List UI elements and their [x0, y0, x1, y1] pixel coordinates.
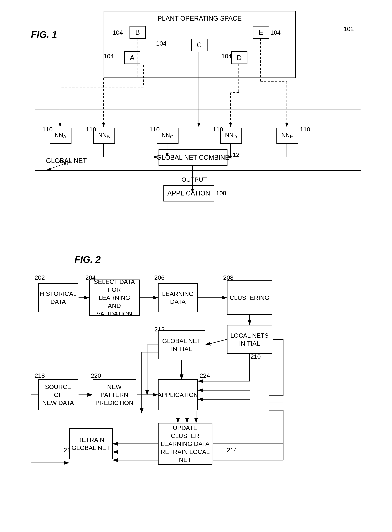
retrain-global-net-box: RETRAINGLOBAL NET	[69, 428, 113, 459]
nn-d-box: NND	[220, 128, 242, 144]
application-box-fig1: APPLICATION	[163, 185, 214, 202]
ref-202: 202	[35, 274, 45, 281]
node-a-box: A	[124, 51, 140, 64]
nn-c-box: NNC	[157, 128, 178, 144]
output-label: OUTPUT	[182, 176, 207, 183]
update-cluster-box: UPDATE CLUSTERLEARNING DATARETRAIN LOCAL…	[158, 423, 212, 465]
ref-224: 224	[200, 372, 210, 379]
node-d-box: D	[231, 51, 247, 64]
ref-102: 102	[344, 25, 354, 33]
new-pattern-prediction-label: NEW PATTERNPREDICTION	[95, 383, 134, 407]
ref-104-c: 104	[156, 40, 167, 47]
nn-a-label: NNA	[55, 132, 66, 140]
nn-b-box: NNB	[93, 128, 115, 144]
page: FIG. 1 PLANT OPERATING SPACE B E C A D	[0, 0, 392, 532]
nn-c-label: NNC	[162, 132, 173, 140]
ref-220: 220	[91, 372, 101, 379]
historical-data-box: HISTORICALDATA	[38, 283, 78, 312]
select-data-label: SELECT DATAFOR LEARNINGAND VALIDATION	[91, 278, 137, 318]
select-data-box: SELECT DATAFOR LEARNINGAND VALIDATION	[89, 279, 140, 316]
local-nets-initial-label: LOCAL NETSINITIAL	[230, 331, 268, 347]
ref-104-a: 104	[104, 53, 114, 60]
ref-110-c: 110	[149, 126, 160, 133]
historical-data-label: HISTORICALDATA	[40, 290, 77, 306]
global-net-initial-label: GLOBAL NETINITIAL	[162, 337, 201, 353]
nn-e-label: NNE	[281, 132, 293, 140]
clustering-box: CLUSTERING	[227, 280, 272, 315]
ref-210: 210	[251, 353, 261, 360]
update-cluster-label: UPDATE CLUSTERLEARNING DATARETRAIN LOCAL…	[160, 424, 210, 464]
node-a-label: A	[130, 54, 134, 62]
ref-110-e: 110	[300, 126, 310, 133]
ref-206: 206	[154, 274, 165, 281]
global-net-combine-box: GLOBAL NET COMBINE	[159, 149, 228, 166]
node-c-label: C	[197, 41, 202, 49]
nn-e-box: NNE	[276, 128, 298, 144]
source-new-data-box: SOURCE OFNEW DATA	[38, 379, 78, 410]
node-b-label: B	[135, 28, 140, 36]
fig1-label: FIG. 1	[31, 29, 57, 40]
source-new-data-label: SOURCE OFNEW DATA	[41, 383, 76, 407]
learning-data-label: LEARNINGDATA	[162, 290, 194, 306]
ref-110-d: 110	[213, 126, 223, 133]
ref-104-d: 104	[221, 53, 232, 60]
nn-b-label: NNB	[98, 132, 110, 140]
global-net-combine-label: GLOBAL NET COMBINE	[156, 154, 229, 161]
node-d-label: D	[237, 54, 242, 62]
application-label-fig1: APPLICATION	[168, 189, 210, 197]
ref-108: 108	[216, 190, 226, 197]
node-e-label: E	[259, 28, 263, 36]
fig1-diagram: FIG. 1 PLANT OPERATING SPACE B E C A D	[24, 11, 369, 243]
nn-d-label: NND	[225, 132, 237, 140]
plant-operating-space-box: PLANT OPERATING SPACE B E C A D	[104, 11, 296, 78]
fig2-diagram: FIG. 2 202 204 206 208 HISTORICALDATA SE…	[24, 254, 369, 526]
ref-104-e: 104	[271, 29, 281, 36]
ref-112: 112	[229, 151, 240, 158]
plant-box-label: PLANT OPERATING SPACE	[158, 15, 242, 22]
learning-data-box: LEARNINGDATA	[158, 283, 198, 312]
ref-106: 106	[58, 160, 69, 167]
application-label-fig2: APPLICATION	[158, 391, 198, 399]
retrain-global-net-label: RETRAINGLOBAL NET	[71, 436, 110, 452]
application-box-fig2: APPLICATION	[158, 379, 198, 410]
nn-a-box: NNA	[50, 128, 71, 144]
node-b-box: B	[130, 26, 146, 39]
fig2-label: FIG. 2	[75, 254, 101, 265]
ref-104-b: 104	[113, 29, 123, 36]
svg-line-31	[205, 339, 227, 345]
local-nets-initial-box: LOCAL NETSINITIAL	[227, 325, 272, 354]
node-e-box: E	[253, 26, 269, 39]
new-pattern-prediction-box: NEW PATTERNPREDICTION	[93, 379, 136, 410]
global-net-initial-box: GLOBAL NETINITIAL	[158, 330, 205, 359]
ref-110-b: 110	[86, 126, 96, 133]
ref-218: 218	[35, 372, 45, 379]
global-net-box: GLOBAL NET NNA NNB NNC NND NNE 110	[35, 109, 361, 171]
clustering-label: CLUSTERING	[230, 294, 269, 302]
ref-208: 208	[223, 274, 234, 281]
ref-110-a: 110	[42, 126, 53, 133]
node-c-box: C	[191, 39, 208, 51]
ref-214: 214	[227, 447, 237, 454]
